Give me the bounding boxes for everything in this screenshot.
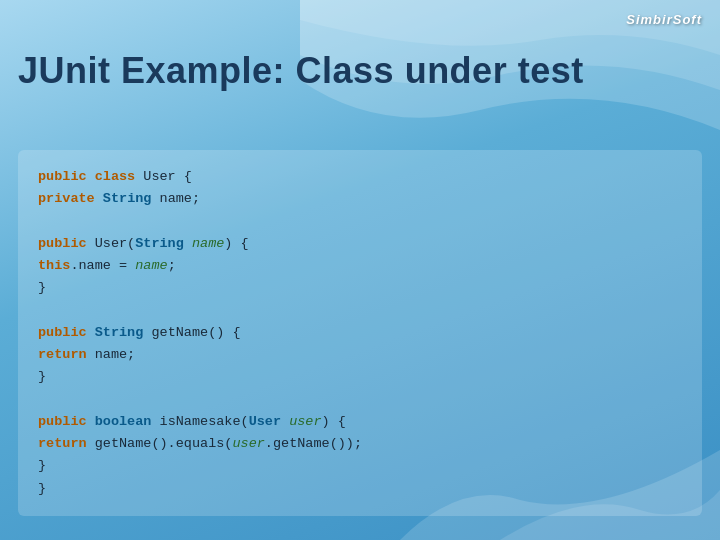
- code-line-7: [38, 300, 682, 322]
- code-line-4: public User(String name) {: [38, 233, 682, 255]
- code-line-14: }: [38, 455, 682, 477]
- code-line-12: public boolean isNamesake(User user) {: [38, 411, 682, 433]
- code-line-11: [38, 389, 682, 411]
- code-line-6: }: [38, 277, 682, 299]
- code-line-2: private String name;: [38, 188, 682, 210]
- slide-title: JUnit Example: Class under test: [18, 50, 584, 92]
- code-line-5: this.name = name;: [38, 255, 682, 277]
- code-block: public class User { private String name;…: [18, 150, 702, 516]
- code-line-13: return getName().equals(user.getName());: [38, 433, 682, 455]
- code-line-1: public class User {: [38, 166, 682, 188]
- code-line-8: public String getName() {: [38, 322, 682, 344]
- code-line-15: }: [38, 478, 682, 500]
- code-line-9: return name;: [38, 344, 682, 366]
- code-line-10: }: [38, 366, 682, 388]
- code-line-3: [38, 211, 682, 233]
- logo: SimbirSoft: [626, 12, 702, 27]
